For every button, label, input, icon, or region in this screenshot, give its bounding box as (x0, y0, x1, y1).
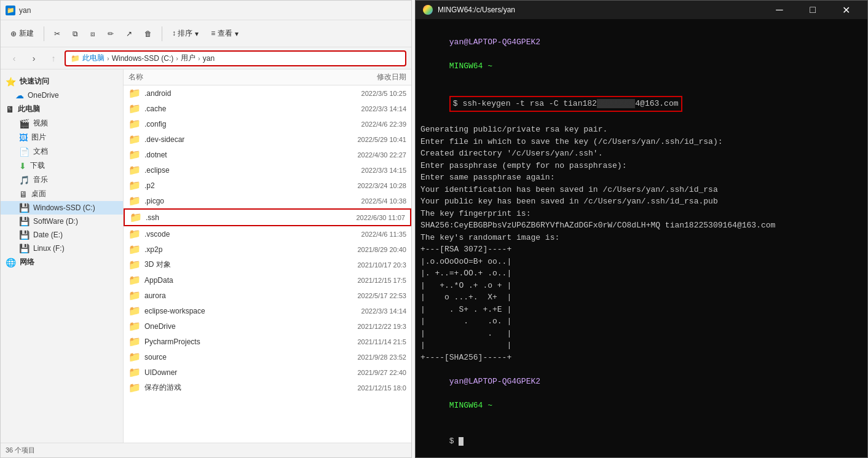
file-item-17[interactable]: 📁 source 2021/9/28 23:52 (124, 349, 411, 365)
file-item-11[interactable]: 📁 3D 对象 2021/10/17 20:3 (124, 257, 411, 272)
document-icon: 📄 (19, 147, 30, 157)
file-item-16[interactable]: 📁 PycharmProjects 2021/11/14 21:5 (124, 334, 411, 349)
sidebar-item-quick-access[interactable]: ⭐ 快速访问 (1, 74, 123, 89)
drive-f-icon: 💾 (19, 243, 30, 253)
terminal-line-3: Enter file in which to save the key (/c/… (420, 136, 862, 148)
new-button[interactable]: ⊕ 新建 (6, 26, 39, 41)
cut-icon: ✂ (54, 30, 60, 38)
terminal-body[interactable]: yan@LAPTOP-QG4GPEK2 MINGW64 ~ $ ssh-keyg… (416, 19, 867, 457)
file-item-14[interactable]: 📁 eclipse-workspace 2022/3/3 14:14 (124, 303, 411, 318)
file-date-text: 2021/9/28 23:52 (308, 353, 406, 361)
file-date-text: 2021/8/29 20:40 (308, 246, 406, 253)
pc-icon: 🖥 (6, 105, 14, 114)
main-content: ⭐ 快速访问 ☁ OneDrive 🖥 此电脑 🎬 视频 🖼 图片 📄 文档 (1, 69, 411, 443)
file-name-text: UIDowner (144, 368, 304, 377)
file-item-19[interactable]: 📁 保存的游戏 2021/12/15 18:0 (124, 380, 411, 395)
file-folder-icon: 📁 (128, 87, 141, 99)
terminal-maximize-button[interactable]: □ (799, 1, 827, 19)
copy-button[interactable]: ⧉ (68, 27, 83, 41)
file-item-9[interactable]: 📁 .vscode 2022/4/6 11:35 (124, 226, 411, 242)
delete-button[interactable]: 🗑 (140, 27, 157, 41)
file-item-7[interactable]: 📁 .picgo 2022/5/4 10:38 (124, 193, 411, 208)
terminal-minimize-button[interactable]: ─ (765, 1, 794, 19)
file-item-2[interactable]: 📁 .config 2022/4/6 22:39 (124, 116, 411, 132)
view-chevron-icon: ▾ (235, 30, 239, 38)
terminal-close-button[interactable]: ✕ (832, 1, 860, 19)
sidebar-item-music[interactable]: 🎵 音乐 (1, 173, 123, 187)
file-name-text: .eclipse (144, 166, 304, 175)
desktop-icon: 🖥 (19, 189, 28, 199)
file-name-text: AppData (144, 276, 304, 285)
file-item-4[interactable]: 📁 .dotnet 2022/4/30 22:27 (124, 147, 411, 162)
file-date-text: 2022/5/29 10:41 (308, 136, 406, 143)
forward-button[interactable]: › (25, 50, 42, 67)
toolbar-separator-2 (162, 26, 162, 41)
sidebar-item-onedrive[interactable]: ☁ OneDrive (1, 89, 123, 102)
file-date-text: 2022/3/3 14:14 (308, 105, 406, 113)
file-list-header: 名称 修改日期 (124, 69, 411, 85)
breadcrumb[interactable]: 📁 此电脑 › Windows-SSD (C:) › 用户 › yan (65, 50, 406, 66)
sort-button[interactable]: ↕ 排序 ▾ (167, 26, 203, 41)
file-item-18[interactable]: 📁 UIDowner 2021/9/27 22:40 (124, 365, 411, 380)
sidebar-label: 网络 (20, 257, 34, 267)
file-folder-icon: 📁 (128, 164, 141, 176)
file-item-3[interactable]: 📁 .dev-sidecar 2022/5/29 10:41 (124, 132, 411, 147)
breadcrumb-part-1: 此电脑 (82, 53, 105, 63)
drive-e-icon: 💾 (19, 230, 30, 240)
cut-button[interactable]: ✂ (49, 27, 65, 41)
up-button[interactable]: ↑ (45, 50, 62, 67)
file-item-10[interactable]: 📁 .xp2p 2021/8/29 20:40 (124, 242, 411, 257)
share-button[interactable]: ↗ (121, 27, 137, 41)
sidebar-item-software-d[interactable]: 💾 SoftWare (D:) (1, 215, 123, 228)
music-icon: 🎵 (19, 175, 30, 185)
sidebar-label: 下载 (30, 160, 45, 171)
sidebar-item-downloads[interactable]: ⬇ 下载 (1, 159, 123, 173)
sidebar-item-desktop[interactable]: 🖥 桌面 (1, 187, 123, 201)
rename-button[interactable]: ✏ (103, 27, 119, 41)
file-item-5[interactable]: 📁 .eclipse 2022/3/3 14:15 (124, 162, 411, 178)
file-name-text: .cache (144, 105, 304, 113)
sidebar-item-this-pc[interactable]: 🖥 此电脑 (1, 102, 123, 116)
file-item-6[interactable]: 📁 .p2 2022/3/24 10:28 (124, 178, 411, 193)
sidebar-label: 图片 (31, 132, 46, 143)
file-folder-icon: 📁 (128, 259, 141, 270)
drive-d-icon: 💾 (19, 216, 30, 226)
file-folder-icon: 📁 (128, 180, 141, 191)
file-item-15[interactable]: 📁 OneDrive 2021/12/22 19:3 (124, 318, 411, 334)
file-item-0[interactable]: 📁 .android 2022/3/5 10:25 (124, 85, 411, 101)
file-item-12[interactable]: 📁 AppData 2021/12/15 17:5 (124, 272, 411, 288)
terminal-title: MINGW64:/c/Users/yan (438, 6, 760, 14)
sidebar-item-linux-f[interactable]: 💾 Linux (F:) (1, 242, 123, 255)
sidebar-item-video[interactable]: 🎬 视频 (1, 116, 123, 130)
terminal-username2: yan@LAPTOP-QG4GPEK2 (449, 377, 540, 386)
file-folder-icon: 📁 (128, 195, 141, 207)
file-folder-icon: 📁 (128, 243, 141, 255)
file-folder-icon: 📁 (128, 118, 141, 130)
sidebar-item-network[interactable]: 🌐 网络 (1, 255, 123, 269)
file-date-text: 2022/3/24 10:28 (308, 182, 406, 189)
file-item-13[interactable]: 📁 aurora 2022/5/17 22:53 (124, 288, 411, 303)
status-bar: 36 个项目 (1, 443, 411, 457)
file-item-8[interactable]: 📁 .ssh 2022/6/30 11:07 (124, 208, 411, 226)
file-name-text: .config (144, 120, 304, 128)
sidebar-item-date-e[interactable]: 💾 Date (E:) (1, 228, 123, 242)
sidebar: ⭐ 快速访问 ☁ OneDrive 🖥 此电脑 🎬 视频 🖼 图片 📄 文档 (1, 69, 124, 443)
network-icon: 🌐 (6, 258, 16, 267)
breadcrumb-part-3: 用户 (181, 53, 195, 63)
terminal-window: MINGW64:/c/Users/yan ─ □ ✕ yan@LAPTOP-QG… (415, 0, 868, 458)
file-folder-icon: 📁 (130, 211, 142, 223)
toolbar: ⊕ 新建 ✂ ⧉ ⧇ ✏ ↗ 🗑 ↕ 排序 ▾ ≡ 查看 ▾ (1, 20, 411, 47)
breadcrumb-part-4: yan (203, 54, 215, 63)
cloud-icon: ☁ (15, 90, 24, 100)
sidebar-item-windows-ssd[interactable]: 💾 Windows-SSD (C:) (1, 201, 123, 215)
sidebar-item-documents[interactable]: 📄 文档 (1, 144, 123, 159)
view-button[interactable]: ≡ 查看 ▾ (206, 26, 243, 41)
back-button[interactable]: ‹ (6, 50, 23, 67)
sidebar-label: Linux (F:) (33, 244, 65, 253)
sidebar-label: 桌面 (31, 189, 46, 199)
sidebar-item-pictures[interactable]: 🖼 图片 (1, 130, 123, 144)
terminal-line-4: Created directory '/c/Users/yan/.ssh'. (420, 148, 862, 160)
file-item-1[interactable]: 📁 .cache 2022/3/3 14:14 (124, 101, 411, 116)
paste-button[interactable]: ⧇ (85, 27, 100, 41)
terminal-cursor (459, 437, 464, 446)
